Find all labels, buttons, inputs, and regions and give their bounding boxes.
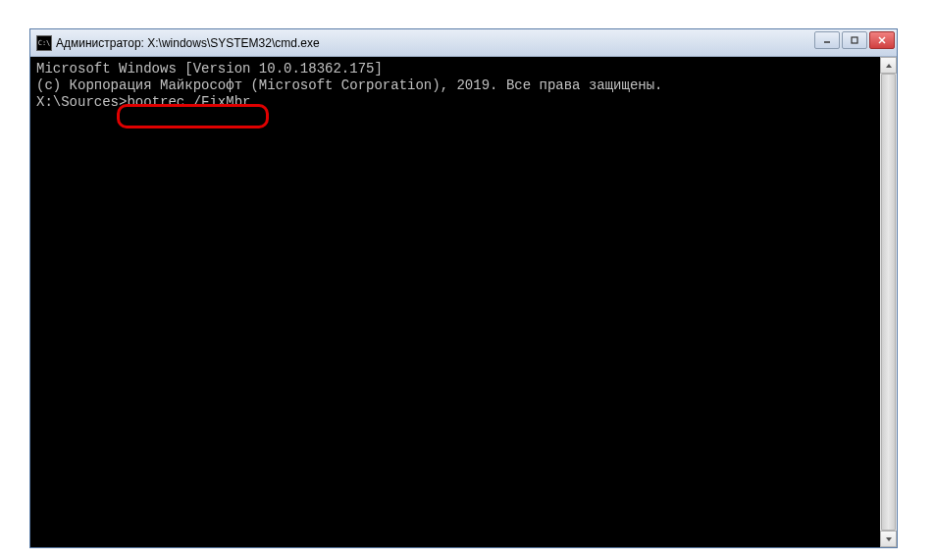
prompt-text: X:\Sources> <box>36 94 127 111</box>
vertical-scrollbar[interactable] <box>880 57 897 547</box>
cmd-icon: C:\ <box>36 35 52 51</box>
scroll-up-button[interactable] <box>880 57 897 74</box>
window-title: Администратор: X:\windows\SYSTEM32\cmd.e… <box>56 36 320 50</box>
version-line: Microsoft Windows [Version 10.0.18362.17… <box>36 61 891 77</box>
maximize-button[interactable] <box>842 31 867 49</box>
chevron-up-icon <box>885 62 893 70</box>
svg-marker-5 <box>886 537 892 541</box>
svg-rect-1 <box>852 37 857 43</box>
cmd-window: C:\ Администратор: X:\windows\SYSTEM32\c… <box>29 28 898 548</box>
copyright-line: (c) Корпорация Майкрософт (Microsoft Cor… <box>36 77 891 94</box>
maximize-icon <box>850 35 859 45</box>
svg-marker-4 <box>886 64 892 68</box>
window-controls <box>814 31 895 49</box>
minimize-button[interactable] <box>814 31 840 49</box>
chevron-down-icon <box>885 535 893 543</box>
scroll-track[interactable] <box>880 74 897 531</box>
command-text: bootrec /FixMbr <box>127 94 250 111</box>
minimize-icon <box>822 35 832 45</box>
prompt-line: X:\Sources>bootrec /FixMbr <box>36 94 891 111</box>
close-button[interactable] <box>869 31 895 49</box>
scroll-down-button[interactable] <box>880 531 897 547</box>
titlebar[interactable]: C:\ Администратор: X:\windows\SYSTEM32\c… <box>30 29 897 57</box>
text-cursor <box>250 105 258 107</box>
terminal-area[interactable]: Microsoft Windows [Version 10.0.18362.17… <box>30 57 897 547</box>
close-icon <box>877 35 887 45</box>
scroll-thumb[interactable] <box>881 74 896 531</box>
